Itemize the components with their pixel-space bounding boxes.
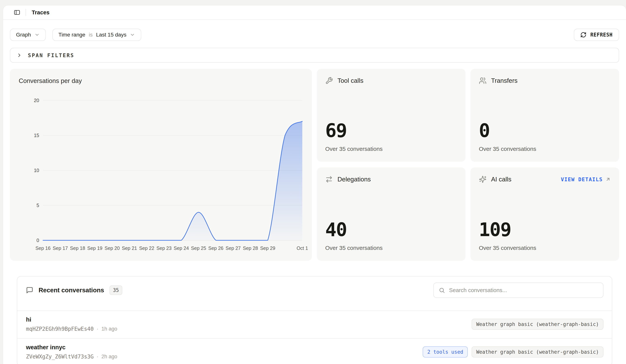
stat-value: 40 (325, 220, 457, 239)
main-content: Graph Time range is Last 15 days REFRESH… (3, 29, 626, 364)
x-tick-label: Sep 21 (122, 245, 137, 251)
x-tick-label: Sep 26 (208, 245, 223, 251)
conversation-tags: 2 tools used Weather graph basic (weathe… (423, 346, 603, 358)
chat-bubble-icon (26, 286, 33, 294)
x-tick-label: Sep 29 (260, 245, 275, 251)
view-selector-label: Graph (16, 32, 31, 38)
refresh-button[interactable]: REFRESH (574, 29, 619, 41)
users-icon (479, 77, 486, 84)
chart-title: Conversations per day (19, 77, 82, 84)
search-input[interactable] (433, 283, 603, 298)
y-tick-label: 5 (37, 203, 39, 208)
stat-card-ai-calls: AI calls VIEW DETAILS 109 Over 35 conver… (470, 167, 619, 261)
y-tick-label: 10 (34, 168, 39, 173)
time-range-field: Time range (58, 32, 85, 38)
x-tick-label: Sep 17 (53, 245, 68, 251)
conversation-meta: mqHZP2EGh9h9BpFEwEs40 · 1h ago (26, 326, 117, 332)
conversation-row-main: weather innyc ZVeWXgZy_Z6WltVd73s3G · 2h… (26, 344, 117, 360)
chart-line (43, 121, 302, 240)
time-range-value: Last 15 days (96, 32, 126, 38)
recent-conversations-title: Recent conversations (39, 286, 104, 294)
conversation-meta: ZVeWXgZy_Z6WltVd73s3G · 2h ago (26, 354, 117, 360)
refresh-icon (580, 32, 587, 38)
x-tick-label: Sep 27 (226, 245, 241, 251)
tools-used-tag: 2 tools used (423, 346, 468, 358)
view-details-label: VIEW DETAILS (561, 176, 603, 182)
stat-value: 0 (479, 121, 611, 140)
conversations-per-day-chart: 05101520Sep 16Sep 17Sep 18Sep 19Sep 20Se… (10, 69, 312, 261)
page-title: Traces (32, 9, 49, 16)
stat-title: AI calls (491, 176, 511, 183)
wrench-icon (325, 77, 333, 84)
time-range-operator: is (89, 32, 92, 38)
arrow-up-right-icon (605, 177, 611, 182)
chevron-down-icon (130, 32, 135, 38)
stat-subtitle: Over 35 conversations (325, 245, 457, 251)
time-range-filter-dropdown[interactable]: Time range is Last 15 days (52, 29, 141, 41)
stat-subtitle: Over 35 conversations (479, 245, 611, 251)
panel-left-icon (14, 9, 20, 16)
meta-separator: · (97, 354, 98, 360)
x-tick-label: Sep 18 (70, 245, 85, 251)
search-icon (439, 287, 445, 293)
arrows-swap-icon (325, 175, 333, 183)
view-selector-dropdown[interactable]: Graph (10, 29, 46, 41)
conversation-id: ZVeWXgZy_Z6WltVd73s3G (26, 354, 94, 360)
stat-title: Transfers (491, 77, 517, 84)
stat-card-transfers: Transfers 0 Over 35 conversations (470, 69, 619, 162)
x-tick-label: Sep 25 (191, 245, 206, 251)
x-tick-label: Sep 16 (35, 245, 50, 251)
x-tick-label: Sep 19 (87, 245, 102, 251)
x-tick-label: Sep 23 (156, 245, 172, 251)
stat-subtitle: Over 35 conversations (325, 146, 457, 152)
conversation-tags: Weather graph basic (weather-graph-basic… (471, 319, 603, 330)
x-tick-label: Oct 1 (297, 245, 308, 251)
span-filters-toggle[interactable]: SPAN FILTERS (10, 48, 619, 63)
app-window: Traces Graph Time range is Last 15 days … (3, 5, 626, 364)
conversation-id: mqHZP2EGh9h9BpFEwEs40 (26, 326, 94, 332)
agent-tag: Weather graph basic (weather-graph-basic… (471, 346, 603, 358)
chevron-right-icon (16, 52, 22, 58)
recent-conversations-header: Recent conversations 35 (17, 277, 612, 311)
conversation-count-badge: 35 (110, 285, 122, 295)
chart-area (43, 121, 302, 240)
span-filters-label: SPAN FILTERS (28, 52, 74, 58)
x-tick-label: Sep 22 (139, 245, 154, 251)
stat-value: 109 (479, 220, 611, 239)
conversation-time: 2h ago (101, 354, 117, 360)
x-tick-label: Sep 24 (174, 245, 189, 251)
stat-card-delegations: Delegations 40 Over 35 conversations (317, 167, 466, 261)
top-bar: Traces (3, 5, 626, 20)
stat-title: Tool calls (337, 77, 363, 84)
conversation-row[interactable]: weather innyc ZVeWXgZy_Z6WltVd73s3G · 2h… (17, 338, 612, 364)
chevron-down-icon (34, 32, 40, 38)
filter-toolbar: Graph Time range is Last 15 days REFRESH (10, 29, 619, 41)
conversation-title: weather innyc (26, 344, 117, 351)
x-tick-label: Sep 20 (105, 245, 120, 251)
conversation-title: hi (26, 316, 117, 323)
conversations-chart-card: 05101520Sep 16Sep 17Sep 18Sep 19Sep 20Se… (10, 69, 312, 261)
stat-subtitle: Over 35 conversations (479, 146, 611, 152)
conversation-row[interactable]: hi mqHZP2EGh9h9BpFEwEs40 · 1h ago Weathe… (17, 311, 612, 338)
view-details-link[interactable]: VIEW DETAILS (561, 176, 611, 182)
conversation-row-main: hi mqHZP2EGh9h9BpFEwEs40 · 1h ago (26, 316, 117, 332)
meta-separator: · (97, 326, 98, 332)
filter-group: Graph Time range is Last 15 days (10, 29, 141, 41)
refresh-label: REFRESH (590, 32, 613, 38)
search-conversations (433, 283, 603, 298)
stat-value: 69 (325, 121, 457, 140)
y-tick-label: 0 (37, 238, 39, 243)
dashboard-grid: 05101520Sep 16Sep 17Sep 18Sep 19Sep 20Se… (10, 69, 619, 261)
y-tick-label: 15 (34, 133, 39, 138)
sidebar-toggle-button[interactable] (13, 8, 21, 17)
y-tick-label: 20 (34, 98, 39, 103)
x-tick-label: Sep 28 (243, 245, 258, 251)
sparkles-icon (479, 175, 486, 183)
topbar-divider (26, 9, 26, 16)
recent-conversations-card: Recent conversations 35 hi mqHZP2EGh9h9B… (17, 276, 612, 364)
agent-tag: Weather graph basic (weather-graph-basic… (471, 319, 603, 330)
conversation-time: 1h ago (101, 326, 117, 332)
stat-title: Delegations (337, 176, 371, 183)
stat-card-tool-calls: Tool calls 69 Over 35 conversations (317, 69, 466, 162)
